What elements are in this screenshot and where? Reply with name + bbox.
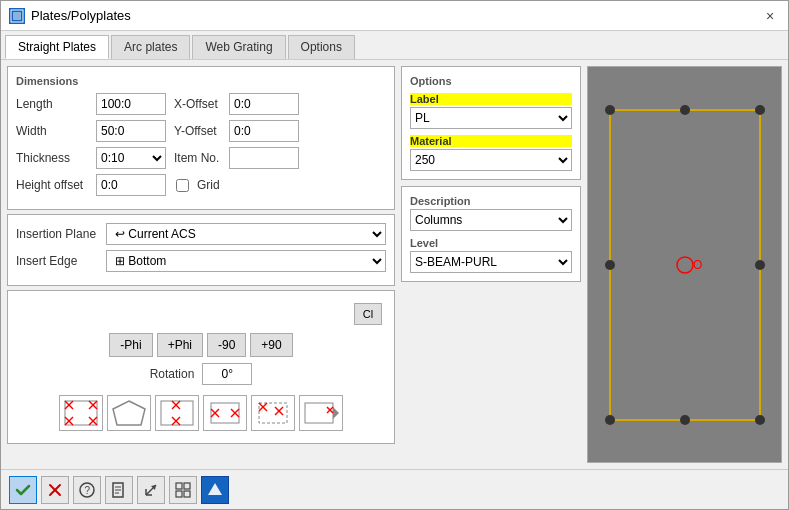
- svg-rect-31: [590, 80, 780, 450]
- title-bar-left: Plates/Polyplates: [9, 8, 131, 24]
- label-select[interactable]: PL PL1 PL2: [410, 107, 572, 129]
- insert-edge-select[interactable]: ⊞ Bottom Top Center Left Right: [106, 250, 386, 272]
- description-title: Description: [410, 195, 572, 207]
- svg-text:O: O: [693, 258, 702, 272]
- tab-options[interactable]: Options: [288, 35, 355, 59]
- ci-row: Cl: [16, 299, 386, 329]
- insertion-plane-row: Insertion Plane ↩ Current ACS XY Plane X…: [16, 223, 386, 245]
- rotation-input[interactable]: [202, 363, 252, 385]
- x-offset-label: X-Offset: [174, 97, 229, 111]
- svg-point-40: [680, 415, 690, 425]
- preview-panel: O: [587, 66, 782, 463]
- svg-marker-28: [333, 407, 339, 419]
- dimensions-section: Dimensions Length X-Offset Width Y-Offse…: [7, 66, 395, 210]
- shape-btn-3[interactable]: [155, 395, 199, 431]
- right-options-panel: Options Label PL PL1 PL2 Material 250 30…: [401, 66, 581, 463]
- document-button[interactable]: [105, 476, 133, 504]
- window-title: Plates/Polyplates: [31, 8, 131, 23]
- width-row: Width Y-Offset: [16, 120, 386, 142]
- svg-point-36: [755, 415, 765, 425]
- svg-rect-55: [176, 483, 182, 489]
- accept-button[interactable]: [9, 476, 37, 504]
- help-button[interactable]: ?: [73, 476, 101, 504]
- height-offset-row: Height offset Grid: [16, 174, 386, 196]
- item-no-input[interactable]: [229, 147, 299, 169]
- svg-point-34: [755, 105, 765, 115]
- length-row: Length X-Offset: [16, 93, 386, 115]
- phi-plus-button[interactable]: +Phi: [157, 333, 203, 357]
- label-title: Label: [410, 93, 572, 105]
- angle-minus90-button[interactable]: -90: [207, 333, 246, 357]
- width-input[interactable]: [96, 120, 166, 142]
- svg-point-33: [605, 105, 615, 115]
- lower-options-box: Description Columns Beams Bracing Misc L…: [401, 186, 581, 282]
- phi-minus-button[interactable]: -Phi: [109, 333, 152, 357]
- shape-btn-2[interactable]: [107, 395, 151, 431]
- phi-row: -Phi +Phi -90 +90: [16, 333, 386, 357]
- shape-btn-5[interactable]: [251, 395, 295, 431]
- length-input[interactable]: [96, 93, 166, 115]
- description-select[interactable]: Columns Beams Bracing Misc: [410, 209, 572, 231]
- cancel-button[interactable]: [41, 476, 69, 504]
- y-offset-input[interactable]: [229, 120, 299, 142]
- insertion-plane-label: Insertion Plane: [16, 227, 106, 241]
- arrow-button[interactable]: [137, 476, 165, 504]
- grid-checkbox[interactable]: [176, 179, 189, 192]
- preview-svg: O: [590, 80, 780, 450]
- svg-rect-58: [184, 491, 190, 497]
- height-offset-label: Height offset: [16, 178, 96, 192]
- level-select[interactable]: S-BEAM-PURL S-BEAM S-COLUMN S-BRACE: [410, 251, 572, 273]
- options-box: Options Label PL PL1 PL2 Material 250 30…: [401, 66, 581, 180]
- thickness-row: Thickness 0:10 0:8 0:12 0:16 Item No.: [16, 147, 386, 169]
- svg-point-37: [605, 260, 615, 270]
- material-title: Material: [410, 135, 572, 147]
- insertion-section: Insertion Plane ↩ Current ACS XY Plane X…: [7, 214, 395, 286]
- tab-straight-plates[interactable]: Straight Plates: [5, 35, 109, 59]
- controls-section: Cl -Phi +Phi -90 +90 Rotation: [7, 290, 395, 444]
- bottom-toolbar: ?: [1, 469, 788, 509]
- thickness-label: Thickness: [16, 151, 96, 165]
- svg-point-38: [755, 260, 765, 270]
- ci-button[interactable]: Cl: [354, 303, 382, 325]
- svg-rect-27: [305, 403, 333, 423]
- left-panel: Dimensions Length X-Offset Width Y-Offse…: [7, 66, 395, 463]
- close-button[interactable]: ×: [760, 6, 780, 26]
- shape-btn-6[interactable]: [299, 395, 343, 431]
- y-offset-label: Y-Offset: [174, 124, 229, 138]
- tab-bar: Straight Plates Arc plates Web Grating O…: [1, 31, 788, 60]
- title-bar: Plates/Polyplates ×: [1, 1, 788, 31]
- svg-rect-57: [176, 491, 182, 497]
- svg-marker-11: [113, 401, 145, 425]
- width-label: Width: [16, 124, 96, 138]
- dimensions-title: Dimensions: [16, 75, 386, 87]
- shape-icons-row: [16, 391, 386, 435]
- svg-rect-56: [184, 483, 190, 489]
- item-no-label: Item No.: [174, 151, 229, 165]
- insertion-plane-select[interactable]: ↩ Current ACS XY Plane XZ Plane YZ Plane: [106, 223, 386, 245]
- svg-text:?: ?: [85, 485, 91, 496]
- material-select[interactable]: 250 300 350 400: [410, 149, 572, 171]
- svg-rect-1: [13, 12, 21, 20]
- svg-point-35: [605, 415, 615, 425]
- rotation-row: Rotation: [16, 363, 386, 385]
- grid-label: Grid: [197, 178, 220, 192]
- svg-point-39: [680, 105, 690, 115]
- grid-button[interactable]: [169, 476, 197, 504]
- options-section-title: Options: [410, 75, 572, 87]
- tab-web-grating[interactable]: Web Grating: [192, 35, 285, 59]
- insert-edge-row: Insert Edge ⊞ Bottom Top Center Left Rig…: [16, 250, 386, 272]
- length-label: Length: [16, 97, 96, 111]
- main-window: Plates/Polyplates × Straight Plates Arc …: [0, 0, 789, 510]
- rotation-label: Rotation: [150, 367, 195, 381]
- main-content: Dimensions Length X-Offset Width Y-Offse…: [1, 60, 788, 469]
- angle-plus90-button[interactable]: +90: [250, 333, 292, 357]
- insert-edge-label: Insert Edge: [16, 254, 106, 268]
- thickness-select[interactable]: 0:10 0:8 0:12 0:16: [96, 147, 166, 169]
- mode-button[interactable]: [201, 476, 229, 504]
- shape-btn-4[interactable]: [203, 395, 247, 431]
- tab-arc-plates[interactable]: Arc plates: [111, 35, 190, 59]
- shape-btn-1[interactable]: [59, 395, 103, 431]
- height-offset-input[interactable]: [96, 174, 166, 196]
- x-offset-input[interactable]: [229, 93, 299, 115]
- level-title: Level: [410, 237, 572, 249]
